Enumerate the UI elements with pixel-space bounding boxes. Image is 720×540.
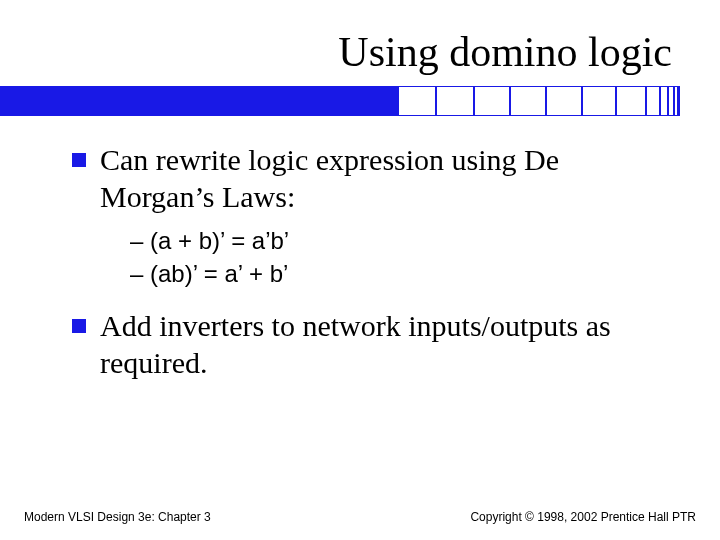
decor-box [646, 86, 660, 116]
sub-list-item: – (a + b)’ = a’b’ [130, 225, 668, 257]
bullet-text: Can rewrite logic expression using De Mo… [100, 142, 668, 215]
decor-box-row [398, 86, 680, 116]
page-title: Using domino logic [0, 0, 720, 86]
sub-list: – (a + b)’ = a’b’ – (ab)’ = a’ + b’ [130, 225, 668, 290]
list-item: Add inverters to network inputs/outputs … [72, 308, 668, 381]
decor-box [660, 86, 668, 116]
sub-list-item: – (ab)’ = a’ + b’ [130, 258, 668, 290]
square-bullet-icon [72, 153, 86, 167]
list-item: Can rewrite logic expression using De Mo… [72, 142, 668, 215]
decor-box [510, 86, 546, 116]
bullet-text: Add inverters to network inputs/outputs … [100, 308, 668, 381]
content-area: Can rewrite logic expression using De Mo… [0, 116, 720, 381]
square-bullet-icon [72, 319, 86, 333]
decor-box [546, 86, 582, 116]
footer-left: Modern VLSI Design 3e: Chapter 3 [24, 510, 211, 524]
decor-box [398, 86, 436, 116]
footer-right: Copyright © 1998, 2002 Prentice Hall PTR [470, 510, 696, 524]
decor-box [678, 86, 680, 116]
decor-box [616, 86, 646, 116]
slide: Using domino logic Can rewrite logic exp… [0, 0, 720, 540]
decor-box [582, 86, 616, 116]
decor-box [436, 86, 474, 116]
footer: Modern VLSI Design 3e: Chapter 3 Copyrig… [0, 510, 720, 524]
decor-box [474, 86, 510, 116]
decor-solid-bar [0, 86, 398, 116]
title-underline-decor [0, 86, 720, 116]
